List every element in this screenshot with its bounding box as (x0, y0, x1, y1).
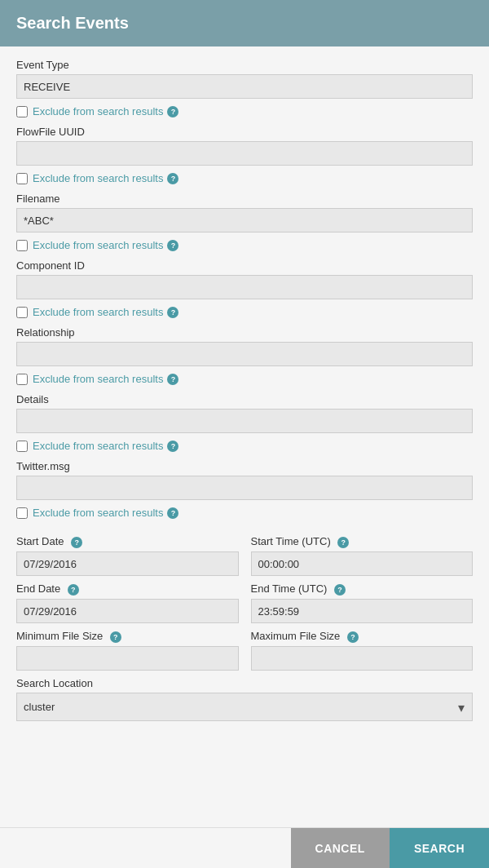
details-exclude-checkbox[interactable] (16, 441, 28, 452)
flowfile-uuid-exclude-label[interactable]: Exclude from search results (33, 172, 163, 184)
start-time-help-icon[interactable]: ? (337, 537, 349, 548)
min-file-size-label: Minimum File Size ? (16, 630, 239, 643)
form-content: Event Type Exclude from search results ?… (0, 46, 489, 789)
details-help-icon[interactable]: ? (167, 441, 178, 452)
search-location-group: Search Location cluster node ▾ (16, 677, 473, 721)
flowfile-uuid-label: FlowFile UUID (16, 126, 473, 138)
start-time-input[interactable] (251, 551, 474, 576)
end-row: End Date ? End Time (UTC) ? (16, 582, 473, 630)
component-id-exclude-row: Exclude from search results ? (16, 306, 473, 318)
twitter-msg-exclude-label[interactable]: Exclude from search results (33, 507, 163, 519)
filename-label: Filename (16, 193, 473, 205)
max-file-size-input[interactable] (251, 646, 474, 671)
end-time-input[interactable] (251, 599, 474, 623)
relationship-exclude-checkbox[interactable] (16, 374, 28, 385)
details-label: Details (16, 393, 473, 405)
twitter-msg-input[interactable] (16, 476, 473, 500)
relationship-group: Relationship (16, 326, 473, 366)
max-file-size-help-icon[interactable]: ? (347, 631, 359, 643)
search-button[interactable]: SEARCH (390, 828, 489, 868)
relationship-help-icon[interactable]: ? (167, 374, 178, 385)
filename-group: Filename (16, 193, 473, 232)
event-type-exclude-row: Exclude from search results ? (16, 105, 473, 117)
component-id-exclude-checkbox[interactable] (16, 307, 28, 318)
event-type-input[interactable] (16, 74, 473, 99)
end-date-input[interactable] (16, 599, 239, 623)
relationship-label: Relationship (16, 326, 473, 339)
details-input[interactable] (16, 409, 473, 433)
start-row: Start Date ? Start Time (UTC) ? (16, 535, 473, 582)
min-file-size-input[interactable] (16, 646, 239, 671)
filename-exclude-label[interactable]: Exclude from search results (33, 239, 163, 251)
start-time-label: Start Time (UTC) ? (251, 535, 474, 548)
page-header: Search Events (0, 0, 489, 46)
end-date-help-icon[interactable]: ? (68, 584, 79, 596)
details-exclude-row: Exclude from search results ? (16, 440, 473, 452)
search-location-select[interactable]: cluster node (16, 693, 473, 721)
twitter-msg-exclude-row: Exclude from search results ? (16, 507, 473, 519)
component-id-exclude-label[interactable]: Exclude from search results (33, 306, 163, 318)
footer: CANCEL SEARCH (0, 827, 489, 868)
flowfile-uuid-input[interactable] (16, 141, 473, 166)
search-location-select-wrapper: cluster node ▾ (16, 693, 473, 721)
twitter-msg-group: Twitter.msg (16, 460, 473, 500)
event-type-label: Event Type (16, 59, 473, 71)
min-file-size-group: Minimum File Size ? (16, 630, 239, 671)
component-id-group: Component ID (16, 259, 473, 299)
end-time-group: End Time (UTC) ? (251, 582, 474, 623)
max-file-size-label: Maximum File Size ? (251, 630, 474, 643)
filename-exclude-row: Exclude from search results ? (16, 239, 473, 251)
flowfile-uuid-exclude-row: Exclude from search results ? (16, 172, 473, 184)
max-file-size-group: Maximum File Size ? (251, 630, 474, 671)
filename-help-icon[interactable]: ? (167, 240, 178, 251)
event-type-exclude-label[interactable]: Exclude from search results (33, 105, 163, 117)
twitter-msg-help-icon[interactable]: ? (167, 507, 178, 519)
end-date-group: End Date ? (16, 582, 239, 623)
min-file-size-help-icon[interactable]: ? (110, 631, 121, 643)
cancel-button[interactable]: CANCEL (291, 828, 390, 868)
filename-input[interactable] (16, 208, 473, 232)
component-id-label: Component ID (16, 259, 473, 272)
end-date-label: End Date ? (16, 582, 239, 596)
component-id-help-icon[interactable]: ? (167, 307, 178, 318)
file-size-row: Minimum File Size ? Maximum File Size ? (16, 630, 473, 677)
event-type-exclude-checkbox[interactable] (16, 106, 28, 117)
details-group: Details (16, 393, 473, 433)
event-type-help-icon[interactable]: ? (167, 106, 178, 117)
relationship-exclude-label[interactable]: Exclude from search results (33, 373, 163, 385)
flowfile-uuid-help-icon[interactable]: ? (167, 173, 178, 184)
page-title: Search Events (16, 14, 129, 33)
relationship-input[interactable] (16, 342, 473, 366)
relationship-exclude-row: Exclude from search results ? (16, 373, 473, 385)
twitter-msg-exclude-checkbox[interactable] (16, 507, 28, 519)
twitter-msg-label: Twitter.msg (16, 460, 473, 472)
flowfile-uuid-exclude-checkbox[interactable] (16, 173, 28, 184)
filename-exclude-checkbox[interactable] (16, 240, 28, 251)
start-time-group: Start Time (UTC) ? (251, 535, 474, 576)
flowfile-uuid-group: FlowFile UUID (16, 126, 473, 166)
details-exclude-label[interactable]: Exclude from search results (33, 440, 163, 452)
event-type-group: Event Type (16, 59, 473, 99)
start-date-label: Start Date ? (16, 535, 239, 548)
end-time-help-icon[interactable]: ? (334, 584, 346, 596)
start-date-help-icon[interactable]: ? (71, 537, 82, 548)
component-id-input[interactable] (16, 275, 473, 299)
end-time-label: End Time (UTC) ? (251, 582, 474, 596)
start-date-group: Start Date ? (16, 535, 239, 576)
search-location-label: Search Location (16, 677, 473, 689)
start-date-input[interactable] (16, 551, 239, 576)
